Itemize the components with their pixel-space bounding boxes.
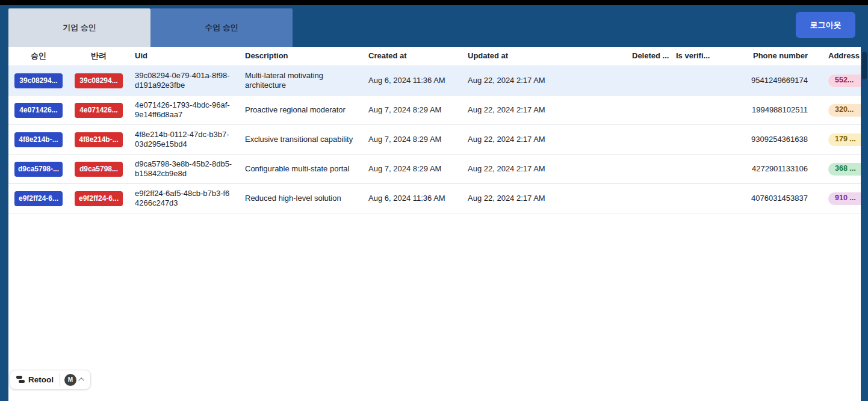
table-row[interactable]: 39c08294... 39c08294... 39c08294-0e79-40… <box>8 66 861 96</box>
created-at-cell: Aug 6, 2024 11:36 AM <box>362 66 462 95</box>
address-badge: 320... <box>828 104 861 117</box>
description-cell: Configurable multi-state portal <box>245 164 349 174</box>
is-verified-cell <box>670 66 742 95</box>
tab-bar: 기업 승인 수업 승인 <box>8 8 293 47</box>
column-header-approve[interactable]: 승인 <box>8 51 69 61</box>
created-at-cell: Aug 7, 2024 8:29 AM <box>362 96 462 124</box>
description-cell: Reduced high-level solution <box>245 194 341 203</box>
table-row[interactable]: e9f2ff24-6... e9f2ff24-6... e9f2ff24-6af… <box>8 184 861 213</box>
address-badge: 368 ... <box>828 163 861 176</box>
address-badge: 910 ... <box>828 192 861 205</box>
top-bar <box>0 0 868 5</box>
uid-cell: e9f2ff24-6af5-48cb-b7b3-f64266c247d3 <box>135 189 233 209</box>
column-header-uid[interactable]: Uid <box>129 51 239 61</box>
is-verified-cell <box>670 125 742 154</box>
avatar[interactable]: M <box>64 374 76 386</box>
tab-company-approval[interactable]: 기업 승인 <box>8 8 150 47</box>
phone-number-cell: 1994988102511 <box>742 96 814 124</box>
updated-at-cell: Aug 22, 2024 2:17 AM <box>462 155 626 183</box>
tab-class-approval[interactable]: 수업 승인 <box>150 8 293 47</box>
address-badge: 552... <box>828 75 861 87</box>
reject-button[interactable]: 4e071426... <box>75 103 123 118</box>
updated-at-cell: Aug 22, 2024 2:17 AM <box>462 96 626 124</box>
updated-at-cell: Aug 22, 2024 2:17 AM <box>462 125 626 154</box>
table-panel: 승인 반려 Uid Description Created at Updated… <box>8 47 861 401</box>
approve-button[interactable]: d9ca5798-... <box>14 162 63 177</box>
deleted-at-cell <box>626 66 670 95</box>
updated-at-cell: Aug 22, 2024 2:17 AM <box>462 66 626 95</box>
column-header-updated-at[interactable]: Updated at <box>462 51 626 61</box>
created-at-cell: Aug 7, 2024 8:29 AM <box>362 125 462 154</box>
description-cell: Proactive regional moderator <box>245 105 346 115</box>
column-header-is-verified[interactable]: Is verifi... <box>670 51 742 61</box>
column-header-created-at[interactable]: Created at <box>362 51 462 61</box>
reject-button[interactable]: 4f8e214b-... <box>75 132 123 147</box>
column-header-address[interactable]: Address <box>814 51 861 61</box>
column-header-deleted-at[interactable]: Deleted ... <box>626 51 670 61</box>
deleted-at-cell <box>626 96 670 124</box>
uid-cell: 4e071426-1793-4bdc-96af-9e14ff6d8aa7 <box>135 100 233 120</box>
chevron-up-icon[interactable] <box>78 378 84 384</box>
table-row[interactable]: 4f8e214b-... 4f8e214b-... 4f8e214b-0112-… <box>8 125 861 155</box>
reject-button[interactable]: 39c08294... <box>75 73 123 88</box>
retool-branding-badge[interactable]: Retool M <box>10 370 91 390</box>
app-header: 기업 승인 수업 승인 로그아웃 <box>0 5 868 47</box>
is-verified-cell <box>670 96 742 124</box>
description-cell: Exclusive transitional capability <box>245 135 353 144</box>
approve-button[interactable]: 4e071426... <box>14 103 63 118</box>
created-at-cell: Aug 7, 2024 8:29 AM <box>362 155 462 183</box>
scrollbar-thumb[interactable] <box>862 52 867 79</box>
is-verified-cell <box>670 155 742 183</box>
deleted-at-cell <box>626 125 670 154</box>
deleted-at-cell <box>626 155 670 183</box>
column-header-phone-number[interactable]: Phone number <box>742 51 814 61</box>
retool-logo-icon <box>16 376 25 384</box>
address-badge: 179 ... <box>828 133 861 146</box>
phone-number-cell: 9309254361638 <box>742 125 814 154</box>
table-row[interactable]: 4e071426... 4e071426... 4e071426-1793-4b… <box>8 96 861 125</box>
phone-number-cell: 4076031453837 <box>742 184 814 213</box>
logout-button[interactable]: 로그아웃 <box>796 12 855 38</box>
created-at-cell: Aug 6, 2024 11:36 AM <box>362 184 462 213</box>
badge-divider <box>59 373 60 386</box>
uid-cell: 39c08294-0e79-401a-8f98-d191a92e3fbe <box>135 71 233 91</box>
uid-cell: 4f8e214b-0112-47dc-b3b7-03d295e15bd4 <box>135 130 233 150</box>
approve-button[interactable]: 39c08294... <box>14 73 63 88</box>
phone-number-cell: 9541249669174 <box>742 66 814 95</box>
reject-button[interactable]: e9f2ff24-6... <box>75 191 123 206</box>
column-header-description[interactable]: Description <box>239 51 362 61</box>
phone-number-cell: 4272901133106 <box>742 155 814 183</box>
approve-button[interactable]: e9f2ff24-6... <box>14 191 63 206</box>
retool-brand-label: Retool <box>28 375 54 384</box>
reject-button[interactable]: d9ca5798... <box>75 162 123 177</box>
table-row[interactable]: d9ca5798-... d9ca5798... d9ca5798-3e8b-4… <box>8 155 861 184</box>
is-verified-cell <box>670 184 742 213</box>
description-cell: Multi-lateral motivating architecture <box>245 71 356 91</box>
updated-at-cell: Aug 22, 2024 2:17 AM <box>462 184 626 213</box>
column-header-reject[interactable]: 반려 <box>69 51 129 61</box>
uid-cell: d9ca5798-3e8b-45b2-8db5-b15842cb9e8d <box>135 159 233 179</box>
table-header-row: 승인 반려 Uid Description Created at Updated… <box>8 47 861 66</box>
approve-button[interactable]: 4f8e214b-... <box>14 132 63 147</box>
deleted-at-cell <box>626 184 670 213</box>
